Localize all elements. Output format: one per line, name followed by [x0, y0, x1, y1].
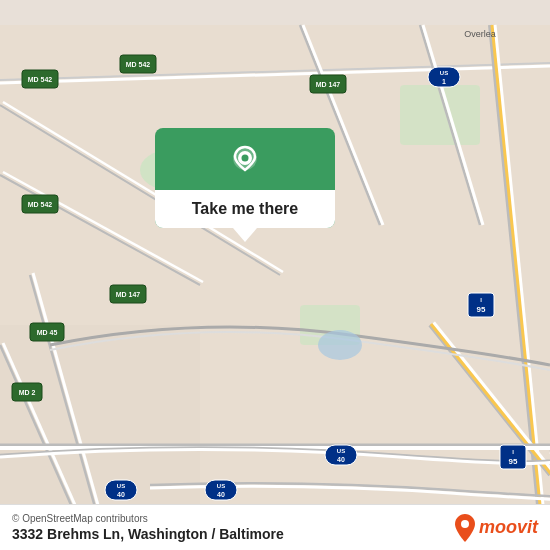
moovit-pin-icon [455, 514, 475, 542]
info-bar: © OpenStreetMap contributors 3332 Brehms… [0, 504, 550, 550]
info-bar-left: © OpenStreetMap contributors 3332 Brehms… [12, 513, 284, 542]
map-svg: MD 542 MD 542 MD 542 MD 147 MD 147 US 1 … [0, 0, 550, 550]
svg-text:Overlea: Overlea [464, 29, 496, 39]
svg-text:95: 95 [509, 457, 518, 466]
svg-text:US: US [440, 70, 448, 76]
svg-text:40: 40 [217, 491, 225, 498]
svg-point-59 [318, 330, 362, 360]
svg-text:40: 40 [337, 456, 345, 463]
svg-point-64 [461, 520, 469, 528]
svg-text:MD 147: MD 147 [316, 81, 341, 88]
svg-text:MD 2: MD 2 [19, 389, 36, 396]
attribution-text: © OpenStreetMap contributors [12, 513, 284, 524]
svg-point-63 [242, 155, 249, 162]
svg-text:40: 40 [117, 491, 125, 498]
svg-text:US: US [217, 483, 225, 489]
popup-tail [233, 228, 257, 242]
svg-text:MD 45: MD 45 [37, 329, 58, 336]
svg-text:MD 147: MD 147 [116, 291, 141, 298]
svg-text:US: US [337, 448, 345, 454]
location-popup[interactable]: Take me there [155, 128, 335, 242]
moovit-brand-text: moovit [479, 517, 538, 538]
address-text: 3332 Brehms Ln, Washington / Baltimore [12, 526, 284, 542]
svg-text:MD 542: MD 542 [28, 201, 53, 208]
svg-text:MD 542: MD 542 [28, 76, 53, 83]
popup-icon-area [227, 128, 263, 190]
map-container: MD 542 MD 542 MD 542 MD 147 MD 147 US 1 … [0, 0, 550, 550]
svg-text:MD 542: MD 542 [126, 61, 151, 68]
location-pin-icon [227, 144, 263, 180]
moovit-logo: moovit [455, 514, 538, 542]
svg-rect-4 [0, 325, 200, 525]
svg-text:95: 95 [477, 305, 486, 314]
svg-text:1: 1 [442, 78, 446, 85]
popup-label[interactable]: Take me there [155, 190, 335, 228]
popup-box[interactable]: Take me there [155, 128, 335, 228]
svg-text:US: US [117, 483, 125, 489]
